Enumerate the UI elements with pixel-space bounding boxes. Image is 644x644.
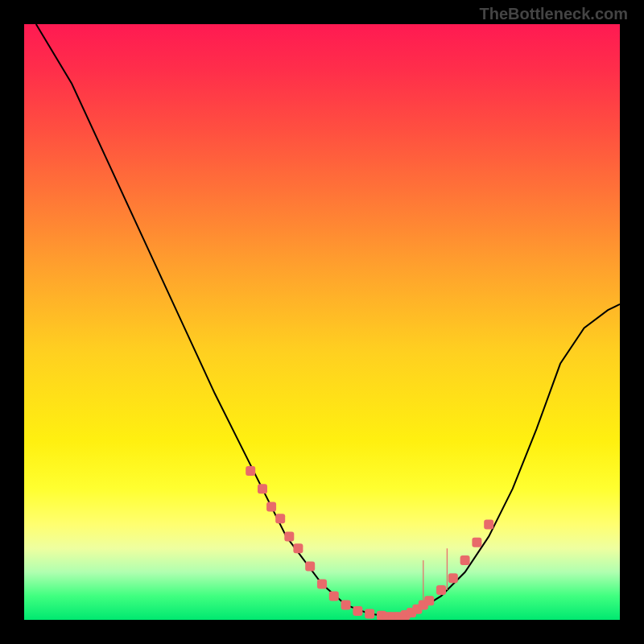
chart-plot-area <box>24 24 620 620</box>
chart-marker <box>436 585 446 595</box>
chart-marker <box>305 561 315 571</box>
chart-marker <box>484 520 493 530</box>
chart-marker <box>460 555 470 565</box>
watermark-label: TheBottleneck.com <box>480 5 628 23</box>
chart-marker <box>258 484 267 493</box>
chart-svg <box>24 24 620 620</box>
chart-marker <box>353 606 362 616</box>
chart-marker <box>246 466 255 476</box>
chart-marker <box>472 538 481 547</box>
chart-marker <box>275 514 285 523</box>
curve-right <box>394 304 620 617</box>
chart-marker <box>329 591 339 601</box>
chart-marker <box>448 573 458 583</box>
chart-marker <box>424 596 434 605</box>
chart-marker <box>341 601 351 610</box>
chart-marker <box>317 580 327 589</box>
markers-left <box>246 466 404 620</box>
chart-marker <box>266 502 276 511</box>
chart-marker <box>284 531 294 541</box>
curve-left <box>36 24 394 617</box>
chart-marker <box>365 609 374 619</box>
chart-marker <box>293 543 303 553</box>
